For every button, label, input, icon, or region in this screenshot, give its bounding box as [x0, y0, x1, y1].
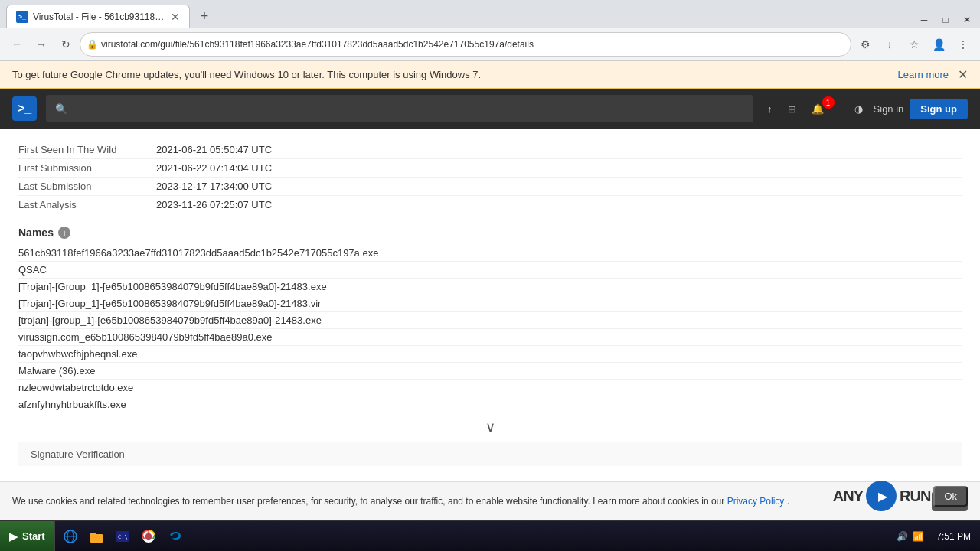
volume-icon: 🔊 [897, 531, 908, 542]
taskbar-chrome-app[interactable] [136, 524, 161, 549]
taskbar-right: 🔊 📶 7:51 PM [887, 531, 980, 542]
list-item: Malware (36).exe [18, 363, 962, 380]
last-submission-value: 2023-12-17 17:34:00 UTC [156, 181, 272, 192]
tab-close-button[interactable]: ✕ [171, 11, 180, 22]
list-item: QSAC [18, 262, 962, 279]
sign-in-button[interactable]: Sign in [874, 103, 904, 115]
update-banner: To get future Google Chrome updates, you… [0, 61, 980, 89]
first-seen-row: First Seen In The Wild 2021-06-21 05:50:… [18, 141, 962, 159]
tab-title: VirusTotal - File - 561cb93118fef196... [33, 11, 166, 22]
theme-button[interactable]: ◑ [850, 99, 867, 119]
forward-button[interactable]: → [31, 34, 52, 55]
names-section-title: Names i [18, 227, 962, 239]
taskbar-system-icons: 🔊 📶 [897, 531, 924, 542]
first-seen-value: 2021-06-21 05:50:47 UTC [156, 144, 272, 155]
bell-icon: 🔔 [812, 103, 824, 115]
learn-more-link[interactable]: Learn more [898, 69, 949, 80]
taskbar-apps: C:\ [55, 524, 190, 549]
last-submission-label: Last Submission [18, 181, 156, 192]
list-item: [Trojan]-[Group_1]-[e65b1008653984079b9f… [18, 295, 962, 312]
extensions-button[interactable]: ⚙ [854, 34, 876, 55]
close-button[interactable]: ✕ [957, 12, 977, 28]
secure-icon: 🔒 [87, 39, 98, 50]
vt-search-bar[interactable]: 🔍 561cb93118fef1966a3233ae7ffd31017823dd… [46, 95, 753, 122]
start-label: Start [22, 530, 45, 542]
profile-button[interactable]: 👤 [928, 34, 949, 55]
notifications-button[interactable]: 🔔 1 [807, 98, 844, 119]
svg-rect-4 [90, 533, 96, 536]
list-item: afznfyhnyhtrbuakffts.exe [18, 396, 962, 412]
first-submission-value: 2021-06-22 07:14:04 UTC [156, 162, 272, 174]
names-info-icon[interactable]: i [58, 227, 70, 239]
browser-toolbar: ← → ↻ 🔒 virustotal.com/gui/file/561cb931… [0, 28, 980, 61]
new-tab-button[interactable]: + [193, 5, 216, 28]
list-item: [Trojan]-[Group_1]-[e65b1008653984079b9f… [18, 279, 962, 295]
vt-header: >_ 🔍 561cb93118fef1966a3233ae7ffd3101782… [0, 89, 980, 129]
names-title-text: Names [18, 227, 54, 239]
grid-icon: ⊞ [788, 103, 796, 115]
bookmark-button[interactable]: ☆ [903, 34, 925, 55]
chevron-down-icon: ∨ [485, 419, 495, 435]
taskbar-edge-app[interactable] [162, 524, 187, 549]
start-button[interactable]: ▶ Start [0, 521, 55, 551]
downloads-button[interactable]: ↓ [879, 34, 900, 55]
taskbar-cmd-app[interactable]: C:\ [110, 524, 135, 549]
vt-search-input[interactable]: 561cb93118fef1966a3233ae7ffd31017823dd5a… [74, 103, 744, 115]
privacy-policy-link[interactable]: Privacy Policy [727, 496, 785, 507]
last-analysis-value: 2023-11-26 07:25:07 UTC [156, 199, 272, 210]
last-analysis-row: Last Analysis 2023-11-26 07:25:07 UTC [18, 196, 962, 214]
svg-text:C:\: C:\ [118, 534, 128, 540]
taskbar-folder-app[interactable] [84, 524, 109, 549]
upload-icon: ↑ [767, 103, 773, 115]
reload-button[interactable]: ↻ [55, 34, 77, 55]
first-submission-row: First Submission 2021-06-22 07:14:04 UTC [18, 159, 962, 178]
browser-tab[interactable]: >_ VirusTotal - File - 561cb93118fef196.… [6, 5, 190, 28]
notification-badge: 1 [822, 96, 835, 109]
anyrun-run-text: RUN [900, 487, 930, 505]
list-item: 561cb93118fef1966a3233ae7ffd31017823dd5a… [18, 245, 962, 262]
first-seen-label: First Seen In The Wild [18, 144, 156, 155]
vt-logo[interactable]: >_ [12, 96, 37, 121]
list-item: virussign.com_e65b1008653984079b9fd5ff4b… [18, 329, 962, 346]
taskbar: ▶ Start C:\ [0, 520, 980, 551]
theme-icon: ◑ [854, 103, 863, 115]
network-icon: 📶 [913, 531, 924, 542]
vt-header-actions: ↑ ⊞ 🔔 1 ◑ Sign in Sign up [763, 98, 968, 119]
list-item: [trojan]-[group_1]-[e65b1008653984079b9f… [18, 312, 962, 329]
show-more-button[interactable]: ∨ [18, 412, 962, 442]
search-icon: 🔍 [55, 103, 67, 115]
vt-logo-text: >_ [18, 102, 31, 116]
anyrun-watermark: ANY RUN Ok [833, 481, 968, 511]
maximize-button[interactable]: □ [936, 12, 956, 28]
signature-title: Signature Verification [31, 448, 125, 460]
sign-up-button[interactable]: Sign up [910, 99, 968, 119]
vt-logo-icon: >_ [12, 96, 37, 121]
anyrun-play-icon [866, 481, 897, 511]
tab-favicon: >_ [16, 11, 28, 23]
main-content: First Seen In The Wild 2021-06-21 05:50:… [0, 129, 980, 519]
last-analysis-label: Last Analysis [18, 199, 156, 210]
update-message: To get future Google Chrome updates, you… [12, 69, 481, 80]
cookie-message: We use cookies and related technologies … [12, 496, 789, 507]
list-item: taopvhwbwcfhjpheqnsl.exe [18, 346, 962, 363]
anyrun-ok-button[interactable]: Ok [933, 486, 968, 507]
back-button[interactable]: ← [6, 34, 28, 55]
anyrun-text: ANY [833, 487, 863, 505]
taskbar-ie-app[interactable] [58, 524, 83, 549]
details-table: First Seen In The Wild 2021-06-21 05:50:… [18, 141, 962, 214]
minimize-button[interactable]: ─ [914, 12, 934, 28]
first-submission-label: First Submission [18, 162, 156, 174]
address-bar: virustotal.com/gui/file/561cb93118fef196… [101, 39, 844, 50]
banner-close-button[interactable]: ✕ [958, 67, 968, 82]
menu-button[interactable]: ⋮ [952, 34, 974, 55]
upload-button[interactable]: ↑ [763, 99, 777, 119]
signature-verification-section: Signature Verification [18, 442, 962, 466]
list-item: nzleowdwtabetrctotdo.exe [18, 380, 962, 396]
names-list: 561cb93118fef1966a3233ae7ffd31017823dd5a… [18, 245, 962, 412]
grid-button[interactable]: ⊞ [783, 99, 801, 119]
toolbar-actions: ⚙ ↓ ☆ 👤 ⋮ [854, 34, 974, 55]
address-bar-container[interactable]: 🔒 virustotal.com/gui/file/561cb93118fef1… [80, 32, 851, 57]
last-submission-row: Last Submission 2023-12-17 17:34:00 UTC [18, 178, 962, 196]
taskbar-time: 7:51 PM [936, 531, 971, 542]
